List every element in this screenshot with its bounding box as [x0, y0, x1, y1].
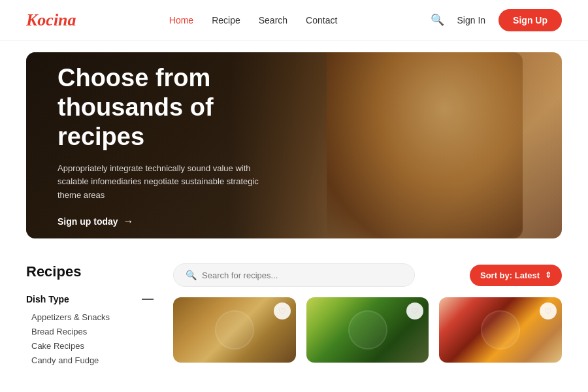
- recipe-card-1[interactable]: ♡: [173, 297, 296, 363]
- food-circle-3: [481, 310, 520, 350]
- filter-dish-type-header: Dish Type —: [26, 292, 154, 306]
- sort-label: Sort by: Latest: [480, 270, 540, 280]
- header-search-icon[interactable]: 🔍: [431, 13, 444, 27]
- hero-cta-label: Sign up today: [57, 216, 118, 227]
- filter-items-list: Appetizers & Snacks Bread Recipes Cake R…: [26, 312, 154, 365]
- search-bar[interactable]: 🔍: [173, 263, 415, 287]
- recipe-heart-3[interactable]: ♡: [540, 302, 557, 319]
- nav-recipe[interactable]: Recipe: [212, 15, 240, 25]
- filter-toggle-icon[interactable]: —: [142, 292, 154, 306]
- nav-home[interactable]: Home: [169, 15, 193, 25]
- food-circle-1: [215, 310, 254, 350]
- hero-banner: Choose from thousands of recipes Appropr…: [26, 52, 562, 238]
- hero-cta-arrow: →: [123, 216, 134, 227]
- signin-button[interactable]: Sign In: [457, 15, 486, 25]
- search-bar-icon: 🔍: [186, 270, 197, 280]
- filter-candy[interactable]: Candy and Fudge: [26, 355, 154, 365]
- food-circle-2: [348, 310, 387, 350]
- sort-arrow-icon: ⇕: [545, 270, 551, 280]
- search-input[interactable]: [202, 270, 402, 280]
- signup-button[interactable]: Sign Up: [498, 9, 562, 31]
- filter-bread[interactable]: Bread Recipes: [26, 327, 154, 336]
- nav-search[interactable]: Search: [259, 15, 287, 25]
- filter-appetizers[interactable]: Appetizers & Snacks: [26, 312, 154, 322]
- bottom-section: Recipes Dish Type — Appetizers & Snacks …: [0, 250, 588, 365]
- sort-button[interactable]: Sort by: Latest ⇕: [470, 265, 562, 286]
- recipe-heart-1[interactable]: ♡: [274, 302, 291, 319]
- hero-title: Choose from thousands of recipes: [57, 63, 280, 151]
- hero-cta-link[interactable]: Sign up today →: [57, 216, 531, 227]
- recipe-card-3[interactable]: ♡: [439, 297, 562, 363]
- filter-dish-type-label: Dish Type: [26, 294, 69, 304]
- recipe-grid: ♡ ♡ ♡: [173, 297, 562, 363]
- search-sort-row: 🔍 Sort by: Latest ⇕: [173, 263, 562, 287]
- hero-subtitle: Appropriately integrate technically soun…: [57, 162, 280, 203]
- sidebar: Recipes Dish Type — Appetizers & Snacks …: [26, 263, 154, 365]
- nav-contact[interactable]: Contact: [306, 15, 337, 25]
- recipe-card-2[interactable]: ♡: [306, 297, 429, 363]
- logo[interactable]: Kocina: [26, 10, 76, 30]
- recipes-heading: Recipes: [26, 263, 154, 280]
- header-actions: 🔍 Sign In Sign Up: [431, 9, 562, 31]
- recipes-main: 🔍 Sort by: Latest ⇕ ♡ ♡: [173, 263, 562, 365]
- hero-content: Choose from thousands of recipes Appropr…: [26, 52, 562, 238]
- main-nav: Home Recipe Search Contact: [169, 15, 338, 25]
- filter-cake[interactable]: Cake Recipes: [26, 341, 154, 351]
